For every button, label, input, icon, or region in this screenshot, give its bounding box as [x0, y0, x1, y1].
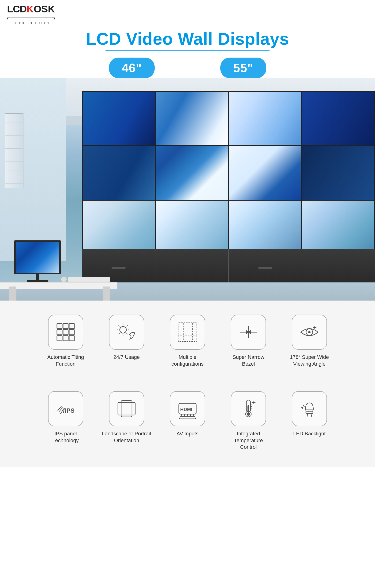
svg-rect-2: [69, 324, 74, 329]
hero-section: [0, 78, 375, 301]
desk-leg-left: [9, 286, 16, 301]
vwall-cell-r1c2: [156, 92, 228, 145]
svg-line-15: [127, 333, 128, 334]
feature-icon-orientation: [109, 391, 144, 426]
feature-label-wide-angle: 178° Super WideViewing Angle: [290, 354, 329, 367]
thermometer-icon: [238, 398, 259, 419]
feature-247-usage: 24/7 Usage: [101, 315, 152, 367]
arrows-in-icon: [238, 322, 259, 343]
vwall-cell-r1c4: [302, 92, 374, 145]
svg-point-49: [247, 412, 250, 416]
feature-icon-auto-titing: [48, 315, 83, 350]
feature-ips: /IPS IPS panelTechnology: [40, 391, 91, 451]
vwall-cell-r3c3: [229, 201, 301, 254]
vwall-cell-r1c1: [83, 92, 155, 145]
feature-icon-multiconfig: [170, 315, 205, 350]
feature-icon-ips: /IPS: [48, 391, 83, 426]
svg-rect-6: [57, 336, 62, 341]
svg-line-58: [307, 413, 308, 417]
svg-rect-0: [57, 324, 62, 329]
keyboard: [68, 277, 110, 282]
svg-line-17: [119, 333, 120, 334]
feature-temp-control: Integrated TemperatureControl: [223, 391, 274, 451]
size-badge-55: 55": [220, 58, 266, 78]
desk-surface: [0, 282, 117, 289]
feature-icon-247: [109, 315, 144, 350]
svg-line-59: [311, 413, 312, 417]
svg-rect-37: [118, 402, 135, 415]
svg-text:HDMI: HDMI: [180, 407, 192, 412]
led-icon: [299, 398, 320, 419]
feature-label-auto-titing: Automatic TitingFunction: [47, 354, 84, 367]
svg-rect-47: [247, 405, 249, 412]
video-wall: [82, 91, 375, 255]
grid-icon: [55, 322, 76, 343]
multiconfig-icon: [177, 322, 198, 343]
svg-rect-5: [69, 330, 74, 335]
sun-moon-icon: [116, 322, 137, 343]
feature-label-247: 24/7 Usage: [113, 354, 140, 361]
vwall-cell-r2c3: [229, 146, 301, 200]
size-badge-46: 46": [109, 58, 155, 78]
feature-narrow-bezel: Super NarrowBezel: [223, 315, 274, 367]
feature-wide-angle: 178° Super WideViewing Angle: [284, 315, 335, 367]
svg-rect-8: [69, 336, 74, 341]
feature-label-av-inputs: AV Inputs: [176, 430, 199, 437]
section-separator: [9, 384, 366, 384]
vwall-cell-r2c4: [302, 146, 374, 200]
features-grid-2: /IPS IPS panelTechnology Landscape or Po…: [9, 391, 366, 451]
feature-icon-led: [292, 391, 327, 426]
logo: LCD K OSK ⌐ ⌐ TOUCH THE FUTURE: [7, 4, 55, 25]
feature-orientation: Landscape or PortraitOrientation: [101, 391, 152, 451]
feature-label-led: LED Backlight: [293, 430, 326, 437]
feature-label-temp-control: Integrated TemperatureControl: [223, 430, 274, 451]
logo-tagline: TOUCH THE FUTURE: [7, 22, 55, 25]
title-underline: [105, 50, 270, 51]
feature-icon-hdmi: HDMI: [170, 391, 205, 426]
header: LCD K OSK ⌐ ⌐ TOUCH THE FUTURE: [0, 0, 375, 27]
svg-rect-3: [57, 330, 62, 335]
monitor-screen: [14, 240, 61, 274]
hdmi-icon: HDMI: [177, 398, 198, 419]
feature-icon-thermometer: [231, 391, 266, 426]
feature-label-orientation: Landscape or PortraitOrientation: [102, 430, 151, 444]
features-grid-1: Automatic TitingFunction: [9, 315, 366, 367]
title-section: LCD Video Wall Displays: [0, 27, 375, 51]
vwall-cell-r3c1: [83, 201, 155, 254]
svg-line-14: [119, 325, 120, 326]
svg-rect-4: [63, 330, 68, 335]
feature-label-narrow-bezel: Super NarrowBezel: [232, 354, 264, 367]
main-title: LCD Video Wall Displays: [0, 29, 375, 48]
feature-av-inputs: HDMI AV Inputs: [162, 391, 213, 451]
svg-rect-18: [178, 323, 197, 342]
logo-lcd: LCD: [7, 4, 26, 14]
mouse: [61, 276, 67, 282]
ips-icon: /IPS: [55, 398, 76, 419]
orientation-icon: [116, 398, 137, 419]
svg-line-16: [127, 325, 128, 326]
feature-icon-wide-angle: [292, 315, 327, 350]
window: [5, 113, 23, 188]
vwall-cell-r3c2: [156, 201, 228, 254]
logo-iosk: OSK: [34, 4, 55, 14]
svg-point-9: [120, 326, 126, 333]
feature-label-multiconfig: Multipleconfigurations: [172, 354, 204, 367]
left-wall: [0, 78, 66, 261]
svg-rect-57: [306, 412, 313, 413]
feature-led-backlight: LED Backlight: [284, 391, 335, 451]
logo-k: K: [26, 4, 33, 14]
vwall-cell-r2c1: [83, 146, 155, 200]
cabinet: [82, 249, 375, 286]
feature-multiconfig: Multipleconfigurations: [162, 315, 213, 367]
vwall-cell-r1c3: [229, 92, 301, 145]
svg-rect-38: [121, 400, 132, 417]
monitor-base: [27, 280, 48, 282]
feature-icon-narrow-bezel: [231, 315, 266, 350]
eye-plus-icon: [299, 322, 320, 343]
monitor: [14, 240, 61, 282]
features-section-1: Automatic TitingFunction: [0, 301, 375, 381]
size-badges: 46" 55": [0, 58, 375, 78]
monitor-neck: [36, 274, 39, 280]
svg-rect-7: [63, 336, 68, 341]
features-section-2: /IPS IPS panelTechnology Landscape or Po…: [0, 381, 375, 467]
